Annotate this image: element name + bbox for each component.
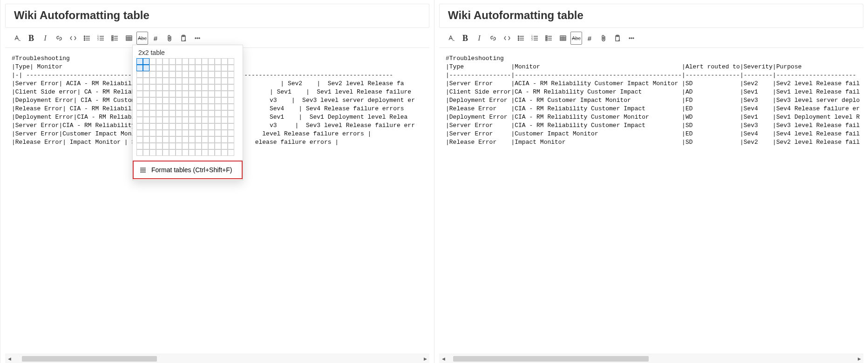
table-picker-cell[interactable] xyxy=(143,130,149,136)
table-picker-cell[interactable] xyxy=(156,143,163,149)
table-picker-cell[interactable] xyxy=(195,143,202,149)
bullet-list-button[interactable] xyxy=(81,32,94,45)
table-picker-cell[interactable] xyxy=(189,117,195,123)
table-picker-cell[interactable] xyxy=(156,71,163,78)
table-picker-cell[interactable] xyxy=(228,123,234,130)
code-button[interactable] xyxy=(501,32,514,45)
table-picker-cell[interactable] xyxy=(136,149,143,156)
table-picker-cell[interactable] xyxy=(149,78,156,84)
table-picker-cell[interactable] xyxy=(189,104,195,110)
table-picker-cell[interactable] xyxy=(136,97,143,104)
table-picker-cell[interactable] xyxy=(221,130,228,136)
table-picker-cell[interactable] xyxy=(195,110,202,117)
table-picker-cell[interactable] xyxy=(143,136,149,143)
table-picker-cell[interactable] xyxy=(208,58,215,65)
table-picker-cell[interactable] xyxy=(149,104,156,110)
table-picker-cell[interactable] xyxy=(221,143,228,149)
table-picker-cell[interactable] xyxy=(182,65,189,71)
table-picker-cell[interactable] xyxy=(228,78,234,84)
table-picker-cell[interactable] xyxy=(169,143,176,149)
table-picker-cell[interactable] xyxy=(202,84,208,91)
table-picker-cell[interactable] xyxy=(163,91,169,97)
table-picker-cell[interactable] xyxy=(182,58,189,65)
table-picker-cell[interactable] xyxy=(228,65,234,71)
table-picker-cell[interactable] xyxy=(208,123,215,130)
scroll-track[interactable] xyxy=(448,356,855,362)
format-tables-menuitem[interactable]: Format tables (Ctrl+Shift+F) xyxy=(133,161,243,179)
table-picker-cell[interactable] xyxy=(136,84,143,91)
table-picker-cell[interactable] xyxy=(189,58,195,65)
table-picker-cell[interactable] xyxy=(143,143,149,149)
table-picker-cell[interactable] xyxy=(176,65,182,71)
table-picker-cell[interactable] xyxy=(169,123,176,130)
table-picker-cell[interactable] xyxy=(221,123,228,130)
attach-button[interactable] xyxy=(597,32,610,45)
table-picker-cell[interactable] xyxy=(176,117,182,123)
table-picker-cell[interactable] xyxy=(163,71,169,78)
header-button[interactable]: # xyxy=(149,32,162,45)
table-picker-cell[interactable] xyxy=(182,123,189,130)
table-picker-cell[interactable] xyxy=(208,143,215,149)
table-picker-cell[interactable] xyxy=(176,123,182,130)
table-picker-cell[interactable] xyxy=(149,84,156,91)
text-style-button[interactable] xyxy=(11,32,24,45)
table-picker-cell[interactable] xyxy=(176,97,182,104)
scroll-left-button[interactable]: ◀ xyxy=(5,355,14,363)
table-picker-cell[interactable] xyxy=(182,97,189,104)
table-picker-cell[interactable] xyxy=(163,58,169,65)
table-picker-cell[interactable] xyxy=(169,65,176,71)
table-picker-cell[interactable] xyxy=(202,91,208,97)
editor-area[interactable]: #Troubleshooting |Type |Monitor |Alert r… xyxy=(439,47,863,354)
table-picker-cell[interactable] xyxy=(176,104,182,110)
table-picker-cell[interactable] xyxy=(169,136,176,143)
attach-button[interactable] xyxy=(163,32,176,45)
table-picker-cell[interactable] xyxy=(221,91,228,97)
table-picker-cell[interactable] xyxy=(221,78,228,84)
table-picker-cell[interactable] xyxy=(149,123,156,130)
table-picker-cell[interactable] xyxy=(143,104,149,110)
strikethrough-button[interactable]: Abc xyxy=(136,32,148,45)
table-picker-cell[interactable] xyxy=(195,136,202,143)
table-picker-cell[interactable] xyxy=(215,78,221,84)
table-picker-cell[interactable] xyxy=(136,117,143,123)
table-size-grid[interactable] xyxy=(133,58,243,161)
table-picker-cell[interactable] xyxy=(208,104,215,110)
table-picker-cell[interactable] xyxy=(176,143,182,149)
table-picker-cell[interactable] xyxy=(136,143,143,149)
table-picker-cell[interactable] xyxy=(163,97,169,104)
table-picker-cell[interactable] xyxy=(195,58,202,65)
table-picker-cell[interactable] xyxy=(189,123,195,130)
table-picker-cell[interactable] xyxy=(163,78,169,84)
table-picker-cell[interactable] xyxy=(195,123,202,130)
table-picker-cell[interactable] xyxy=(163,136,169,143)
table-picker-cell[interactable] xyxy=(143,91,149,97)
bold-button[interactable]: B xyxy=(459,32,472,45)
page-title[interactable]: Wiki Autoformatting table xyxy=(448,9,854,22)
table-button[interactable] xyxy=(122,32,136,45)
table-picker-cell[interactable] xyxy=(202,110,208,117)
table-picker-cell[interactable] xyxy=(195,91,202,97)
table-picker-cell[interactable] xyxy=(169,97,176,104)
table-picker-cell[interactable] xyxy=(176,58,182,65)
table-picker-cell[interactable] xyxy=(215,130,221,136)
table-picker-cell[interactable] xyxy=(221,71,228,78)
table-picker-cell[interactable] xyxy=(208,149,215,156)
scroll-right-button[interactable]: ▶ xyxy=(421,355,429,363)
table-picker-cell[interactable] xyxy=(189,130,195,136)
table-picker-cell[interactable] xyxy=(143,84,149,91)
table-picker-cell[interactable] xyxy=(215,65,221,71)
table-picker-cell[interactable] xyxy=(221,117,228,123)
table-picker-cell[interactable] xyxy=(215,117,221,123)
table-picker-cell[interactable] xyxy=(163,65,169,71)
table-picker-cell[interactable] xyxy=(182,136,189,143)
table-picker-cell[interactable] xyxy=(189,84,195,91)
table-picker-cell[interactable] xyxy=(169,149,176,156)
table-picker-cell[interactable] xyxy=(163,149,169,156)
table-picker-cell[interactable] xyxy=(136,136,143,143)
table-picker-cell[interactable] xyxy=(215,149,221,156)
table-picker-cell[interactable] xyxy=(182,91,189,97)
table-picker-cell[interactable] xyxy=(163,104,169,110)
scroll-thumb[interactable] xyxy=(22,356,157,362)
table-picker-cell[interactable] xyxy=(149,143,156,149)
table-picker-cell[interactable] xyxy=(136,65,143,71)
